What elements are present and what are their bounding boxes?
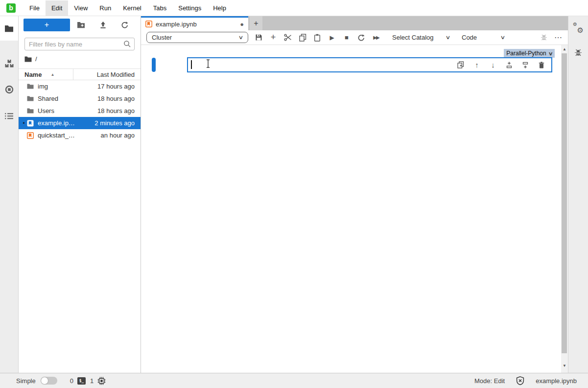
more-commands-button[interactable]: ⋯ xyxy=(554,33,562,42)
file-name: img xyxy=(38,83,97,90)
menu-settings[interactable]: Settings xyxy=(172,0,207,16)
new-launcher-button[interactable]: + xyxy=(24,19,70,31)
chevron-down-icon: ∨ xyxy=(238,34,244,41)
file-list-header: Name ▲ Last Modified xyxy=(19,68,141,80)
paste-cells-button[interactable] xyxy=(310,31,325,45)
menu-help[interactable]: Help xyxy=(207,0,232,16)
file-browser-panel: + xyxy=(19,16,141,373)
terminal-icon[interactable]: $_ xyxy=(77,377,86,385)
insert-cell-above-button[interactable] xyxy=(505,62,513,68)
plus-icon: + xyxy=(45,21,49,29)
workspace: + xyxy=(0,16,588,373)
running-indicator-dot: • xyxy=(21,120,27,127)
file-row-img[interactable]: img 17 hours ago xyxy=(19,80,141,92)
plus-icon: + xyxy=(271,32,276,43)
sidebar-tab-running[interactable] xyxy=(0,77,18,102)
new-tab-button[interactable]: + xyxy=(250,16,262,30)
file-modified: 18 hours ago xyxy=(97,107,141,114)
catalog-select-value: Select Catalog xyxy=(392,34,434,41)
column-header-modified[interactable]: Last Modified xyxy=(73,71,141,78)
run-icon: ▶ xyxy=(329,34,334,41)
upload-button[interactable] xyxy=(92,19,114,31)
folder-icon xyxy=(27,108,34,114)
menu-kernel[interactable]: Kernel xyxy=(117,0,147,16)
filter-files-input[interactable] xyxy=(24,38,135,50)
chevron-down-icon: ∨ xyxy=(500,34,506,41)
debugger-toggle-button[interactable] xyxy=(541,34,547,41)
cell-toolbar: ↑ ↓ xyxy=(457,59,550,71)
cell-type-select[interactable]: Code ∨ xyxy=(462,34,505,41)
menu-run[interactable]: Run xyxy=(94,0,117,16)
sidebar-tab-file-browser[interactable] xyxy=(0,16,18,41)
sidebar-tab-debugger[interactable] xyxy=(574,48,582,57)
duplicate-icon xyxy=(457,61,464,68)
catalog-select[interactable]: Select Catalog ∨ xyxy=(392,34,450,41)
run-cell-button[interactable]: ▶ xyxy=(325,31,339,45)
cut-cells-button[interactable] xyxy=(281,31,295,45)
kernels-count: 1 xyxy=(90,377,94,385)
refresh-button[interactable] xyxy=(114,19,136,31)
delete-cell-button[interactable] xyxy=(538,62,545,68)
kernel-chip-icon[interactable] xyxy=(97,377,106,385)
file-row-shared[interactable]: Shared 18 hours ago xyxy=(19,92,141,105)
notebook-scrollbar[interactable]: ▲ ▼ xyxy=(561,45,568,373)
move-cell-up-button[interactable]: ↑ xyxy=(473,61,481,69)
restart-and-run-all-button[interactable]: ▶▶ xyxy=(369,31,383,45)
not-trusted-shield-icon[interactable] xyxy=(516,376,524,385)
status-bar: Simple 0 $_ 1 Mode: Edit example.ipynb xyxy=(0,373,588,388)
file-modified: an hour ago xyxy=(101,132,141,139)
upload-icon xyxy=(99,21,107,29)
cell-type-value: Code xyxy=(462,34,477,41)
running-kernels-icon xyxy=(5,85,14,94)
save-button[interactable] xyxy=(251,31,266,45)
stop-icon: ■ xyxy=(345,34,349,41)
home-folder-icon xyxy=(24,56,32,62)
menu-edit[interactable]: Edit xyxy=(46,0,68,16)
file-name: quickstart_… xyxy=(38,132,101,139)
simple-mode-toggle[interactable] xyxy=(41,377,57,385)
terminal-icon-label: $_ xyxy=(79,379,84,383)
scrollbar-down-arrow[interactable]: ▼ xyxy=(561,362,568,369)
menu-view[interactable]: View xyxy=(68,0,94,16)
terminals-count: 0 xyxy=(70,377,73,385)
duplicate-cell-button[interactable] xyxy=(457,61,465,68)
insert-cell-button[interactable]: + xyxy=(266,31,281,45)
new-folder-button[interactable] xyxy=(70,19,92,31)
app-logo[interactable]: b xyxy=(6,3,16,13)
left-sidebar xyxy=(0,16,19,373)
file-browser-toolbar: + xyxy=(24,19,136,31)
copy-icon xyxy=(299,34,306,42)
file-row-users[interactable]: Users 18 hours ago xyxy=(19,105,141,117)
file-name: Shared xyxy=(38,95,97,102)
breadcrumb[interactable]: / xyxy=(19,50,141,66)
insert-below-icon xyxy=(522,62,529,68)
copy-cells-button[interactable] xyxy=(295,31,310,45)
sidebar-tab-table-of-contents[interactable] xyxy=(0,104,18,128)
current-file-label[interactable]: example.ipynb xyxy=(536,377,577,385)
restart-kernel-button[interactable] xyxy=(354,31,369,45)
insert-cell-below-button[interactable] xyxy=(521,62,529,68)
cell-editor[interactable]: ↑ ↓ xyxy=(187,57,552,72)
simple-mode-label: Simple xyxy=(16,377,36,385)
menu-tabs[interactable]: Tabs xyxy=(147,0,172,16)
sidebar-tab-clusters[interactable] xyxy=(0,51,18,76)
file-row-example-notebook[interactable]: • example.ip… 2 minutes ago xyxy=(19,117,141,129)
menu-file[interactable]: File xyxy=(24,0,46,16)
sidebar-tab-property-inspector[interactable]: ⚙ ⚙ xyxy=(573,23,584,34)
kernel-select[interactable]: Parallel-Python ∨ xyxy=(504,49,555,58)
scrollbar-up-arrow[interactable]: ▲ xyxy=(561,46,568,52)
tab-example-ipynb[interactable]: example.ipynb ● xyxy=(141,16,248,30)
table-of-contents-icon xyxy=(5,113,13,119)
cell-prompt-area xyxy=(156,57,187,72)
unsaved-changes-dot[interactable]: ● xyxy=(240,21,244,28)
file-modified: 2 minutes ago xyxy=(94,119,141,127)
cluster-select[interactable]: Cluster ∨ xyxy=(146,32,248,43)
scrollbar-thumb[interactable] xyxy=(562,53,567,353)
notebook-icon xyxy=(27,132,34,139)
file-row-quickstart-notebook[interactable]: quickstart_… an hour ago xyxy=(19,129,141,141)
tab-label: example.ipynb xyxy=(156,21,197,28)
cell-collapser[interactable] xyxy=(152,58,156,72)
interrupt-kernel-button[interactable]: ■ xyxy=(339,31,354,45)
move-cell-down-button[interactable]: ↓ xyxy=(489,61,497,69)
column-header-name[interactable]: Name ▲ xyxy=(19,69,73,80)
